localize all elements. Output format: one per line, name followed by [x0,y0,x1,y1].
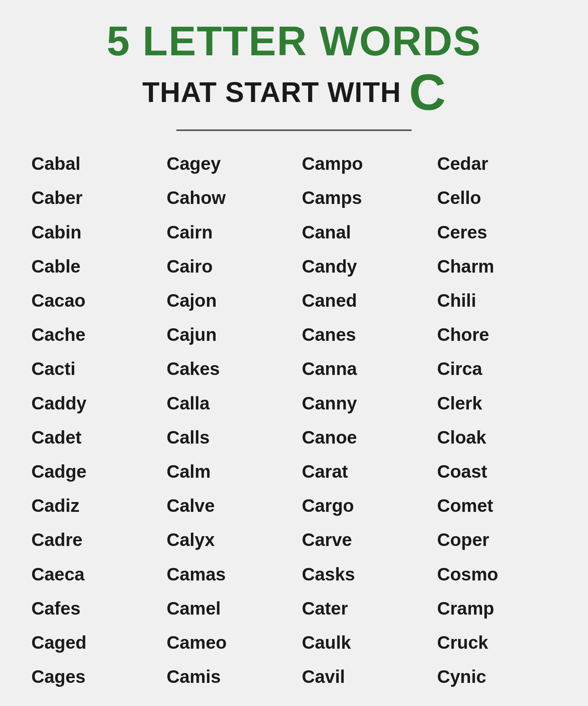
word-item: Cagey [159,147,294,181]
word-item: Cello [429,181,564,215]
word-item: Camis [159,660,294,694]
word-item: Caber [24,181,159,215]
word-item: Cache [24,318,159,352]
word-item: Caned [294,284,429,318]
word-item: Charm [429,249,564,284]
word-item: Cramp [429,591,564,626]
word-item: Cadet [24,420,159,455]
big-letter: C [409,67,446,118]
word-item: Cafes [24,591,159,626]
word-item: Candy [294,249,429,284]
word-item: Carve [294,523,429,557]
word-item: Ceres [429,215,564,249]
word-item: Canny [294,386,429,420]
word-item: Caulk [294,626,429,660]
word-item: Clerk [429,386,564,420]
word-item: Cahow [159,181,294,215]
word-item: Circa [429,352,564,386]
word-item: Coast [429,455,564,489]
word-item: Canal [294,215,429,249]
word-item: Cakes [159,352,294,386]
word-item: Caged [24,626,159,660]
word-grid: CabalCageyCampoCedarCaberCahowCampsCello… [24,147,564,694]
title-line1: 5 LETTER WORDS [24,20,564,63]
word-item: Campo [294,147,429,181]
word-item: Cater [294,591,429,626]
word-item: Cargo [294,489,429,523]
word-item: Cadre [24,523,159,557]
word-item: Carat [294,455,429,489]
word-item: Cabal [24,147,159,181]
word-item: Cairo [159,249,294,284]
word-item: Cages [24,660,159,694]
word-item: Coper [429,523,564,557]
word-item: Camps [294,181,429,215]
word-item: Canna [294,352,429,386]
word-item: Cynic [429,660,564,694]
word-item: Comet [429,489,564,523]
word-item: Calve [159,489,294,523]
word-item: Cacao [24,284,159,318]
word-item: Cajun [159,318,294,352]
word-item: Camas [159,557,294,591]
word-item: Cedar [429,147,564,181]
word-item: Cameo [159,626,294,660]
word-item: Cacti [24,352,159,386]
title-line2: THAT START WITH [142,76,401,108]
word-item: Chili [429,284,564,318]
word-item: Calls [159,420,294,455]
word-item: Cajon [159,284,294,318]
word-item: Cable [24,249,159,284]
word-item: Cavil [294,660,429,694]
word-item: Cloak [429,420,564,455]
word-item: Calyx [159,523,294,557]
word-item: Calm [159,455,294,489]
word-item: Cairn [159,215,294,249]
word-item: Caddy [24,386,159,420]
word-item: Caeca [24,557,159,591]
word-item: Chore [429,318,564,352]
word-item: Cruck [429,626,564,660]
word-item: Cosmo [429,557,564,591]
divider [176,129,412,131]
word-item: Cadge [24,455,159,489]
word-item: Calla [159,386,294,420]
word-item: Camel [159,591,294,626]
word-item: Cadiz [24,489,159,523]
word-item: Casks [294,557,429,591]
word-item: Canoe [294,420,429,455]
word-item: Cabin [24,215,159,249]
word-item: Canes [294,318,429,352]
